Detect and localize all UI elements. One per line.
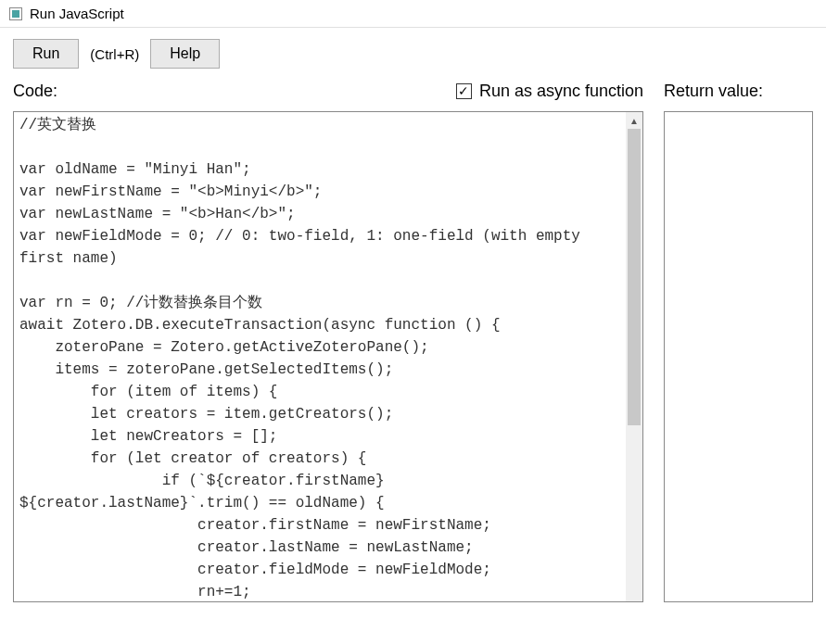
titlebar: Run JavaScript <box>0 0 826 28</box>
return-label: Return value: <box>664 82 763 101</box>
window-title: Run JavaScript <box>30 6 124 21</box>
code-column: Code: ✓ Run as async function //英文替换 var… <box>13 78 643 602</box>
async-checkbox-label: Run as async function <box>479 82 643 101</box>
code-label: Code: <box>13 82 57 101</box>
scrollbar-track[interactable]: ▲ <box>626 112 642 601</box>
main-area: Code: ✓ Run as async function //英文替换 var… <box>0 78 826 615</box>
scrollbar-thumb[interactable] <box>628 129 641 425</box>
help-button[interactable]: Help <box>150 39 220 69</box>
return-column: Return value: <box>664 78 813 602</box>
toolbar: Run (Ctrl+R) Help <box>0 28 826 78</box>
async-checkbox[interactable]: ✓ <box>456 83 472 99</box>
return-value-box[interactable] <box>664 111 813 602</box>
code-editor[interactable]: //英文替换 var oldName = "Minyi Han"; var ne… <box>13 111 643 602</box>
async-checkbox-wrap[interactable]: ✓ Run as async function <box>456 82 643 101</box>
run-button[interactable]: Run <box>13 39 79 69</box>
scrollbar-up-icon[interactable]: ▲ <box>626 112 642 129</box>
code-text[interactable]: //英文替换 var oldName = "Minyi Han"; var ne… <box>14 112 626 601</box>
run-shortcut-label: (Ctrl+R) <box>90 46 139 62</box>
app-icon <box>9 7 22 20</box>
